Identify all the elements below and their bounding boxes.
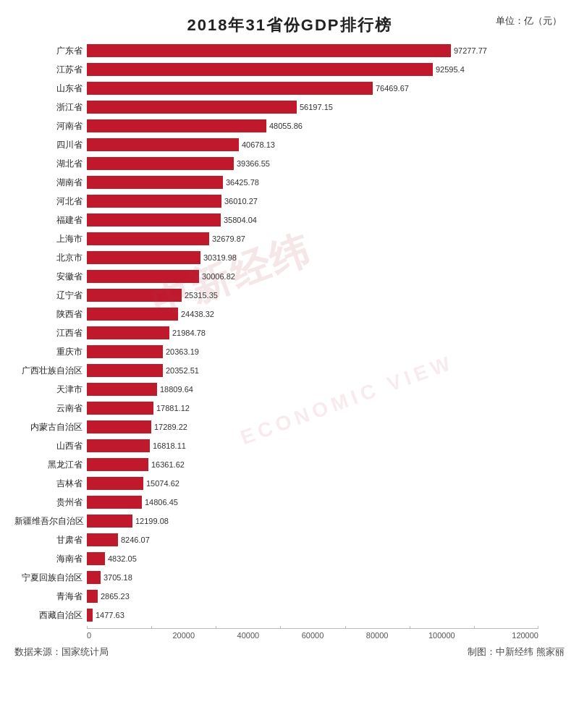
bar-row: 宁夏回族自治区3705.18 [14,569,565,586]
x-tick: 20000 [151,629,216,640]
bar-row: 上海市32679.87 [14,230,565,247]
bar [87,571,101,584]
bar-value: 32679.87 [212,234,245,243]
bar [87,590,98,603]
bar [87,308,178,321]
bar-wrap: 97277.77 [87,44,565,57]
bar-value: 35804.04 [224,216,257,224]
footer-right: 制图：中新经纬 熊家丽 [468,646,565,659]
bar-wrap: 76469.67 [87,82,565,95]
bar [87,345,163,358]
bar-label: 河南省 [14,120,87,132]
bar [87,44,451,57]
bar-value: 39366.55 [237,159,270,168]
bar [87,63,433,76]
bar-label: 黑龙江省 [14,459,87,471]
bar [87,289,182,302]
bar-label: 陕西省 [14,308,87,321]
bar [87,496,142,509]
x-tick: 60000 [280,629,345,640]
bar-wrap: 3705.18 [87,571,565,584]
bar-row: 青海省2865.23 [14,588,565,605]
bar-row: 内蒙古自治区17289.22 [14,418,565,436]
chart-container: 2018年31省份GDP排行榜 单位：亿（元） 中新经纬 ECONOMIC VI… [0,0,579,728]
footer: 数据来源：国家统计局 制图：中新经纬 熊家丽 [14,646,565,659]
bar-row: 福建省35804.04 [14,211,565,229]
bar-label: 宁夏回族自治区 [14,572,87,584]
bar [87,402,153,415]
bar-value: 16818.11 [153,441,186,450]
bar-row: 浙江省56197.15 [14,98,565,116]
bar [87,101,297,114]
bar-wrap: 56197.15 [87,101,565,114]
bar-wrap: 36010.27 [87,195,565,208]
bar-label: 浙江省 [14,101,87,114]
bar-value: 1477.63 [96,611,124,619]
bar-value: 20352.51 [166,366,199,375]
bar-label: 广西壮族自治区 [14,365,87,377]
bar-wrap: 18809.64 [87,383,565,396]
bar-value: 21984.78 [172,329,206,337]
bar-wrap: 8246.07 [87,533,565,546]
bar-wrap: 25315.35 [87,289,565,302]
bar [87,458,148,471]
bar-row: 河南省48055.86 [14,117,565,135]
bar-value: 12199.08 [135,517,169,525]
bar [87,157,234,170]
chart-title: 2018年31省份GDP排行榜 [14,14,565,36]
bar [87,420,151,433]
bar-wrap: 35804.04 [87,213,565,227]
bar-row: 吉林省15074.62 [14,475,565,492]
bar-label: 湖北省 [14,158,87,170]
bar-value: 17289.22 [154,423,187,431]
bar-label: 北京市 [14,252,87,264]
bar-row: 湖南省36425.78 [14,174,565,191]
bar [87,176,223,189]
bar-label: 重庆市 [14,346,87,358]
bar-value: 48055.86 [269,122,303,130]
bar-row: 山西省16818.11 [14,437,565,454]
bar-label: 山西省 [14,440,87,452]
bar [87,270,199,283]
bar-label: 四川省 [14,139,87,151]
bar-label: 福建省 [14,214,87,227]
bar-value: 2865.23 [101,592,130,601]
bar-label: 青海省 [14,591,87,603]
bar-wrap: 17289.22 [87,420,565,433]
bar-value: 20363.19 [166,347,199,356]
bar [87,326,169,339]
bar-value: 18809.64 [160,385,193,394]
bar-value: 3705.18 [103,573,132,582]
bar-label: 上海市 [14,233,87,245]
bar [87,552,105,565]
unit-label: 单位：亿（元） [496,14,562,27]
bar-value: 92595.4 [436,65,465,74]
bar-label: 江苏省 [14,64,87,76]
bar-value: 36010.27 [224,197,258,206]
bar [87,609,93,622]
bar-wrap: 30006.82 [87,270,565,283]
x-tick: 120000 [474,629,538,640]
x-tick: 40000 [216,629,280,640]
bar-row: 贵州省14806.45 [14,494,565,511]
bar-label: 天津市 [14,384,87,396]
bar-row: 河北省36010.27 [14,192,565,210]
bar-row: 黑龙江省16361.62 [14,456,565,473]
bar-wrap: 17881.12 [87,402,565,415]
x-tick: 80000 [345,629,410,640]
bar [87,213,221,227]
bar-value: 30319.98 [203,253,237,262]
bar [87,383,157,396]
bar-row: 湖北省39366.55 [14,155,565,172]
bar-wrap: 16361.62 [87,458,565,471]
bar-value: 76469.67 [376,84,409,93]
bar-wrap: 16818.11 [87,439,565,452]
bar-wrap: 92595.4 [87,63,565,76]
bar-label: 吉林省 [14,478,87,490]
bar-label: 海南省 [14,553,87,565]
bar [87,195,221,208]
bar-label: 河北省 [14,195,87,208]
bar-label: 贵州省 [14,496,87,509]
bar-value: 24438.32 [181,310,214,318]
bar-label: 云南省 [14,402,87,415]
